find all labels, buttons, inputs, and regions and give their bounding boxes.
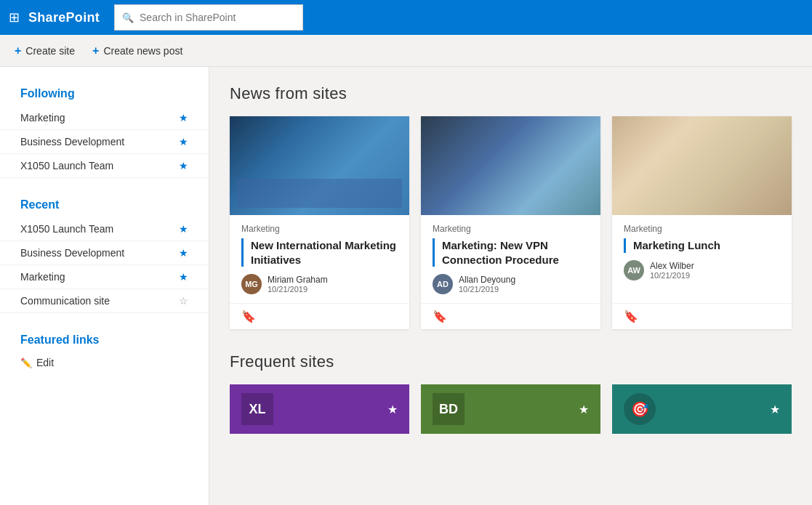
news-card-footer-1: 🔖 [421, 303, 600, 329]
news-card-body-0: Marketing New International Marketing In… [230, 215, 409, 303]
freq-star-target[interactable]: ★ [770, 403, 780, 416]
pencil-icon: ✏️ [20, 357, 32, 368]
news-accent-bar-2 [624, 238, 626, 253]
create-news-post-button[interactable]: + Create news post [92, 44, 182, 57]
sidebar-item-x1050-recent[interactable]: X1050 Launch Team ★ [0, 217, 209, 241]
sidebar-item-marketing-recent[interactable]: Marketing ★ [0, 265, 209, 289]
news-title-bar-0: New International Marketing Initiatives [241, 238, 398, 267]
meeting-image [230, 116, 409, 215]
news-card-image-2 [612, 116, 792, 215]
author-info-2: Alex Wilber 10/21/2019 [650, 261, 694, 280]
tech-image [421, 116, 600, 215]
edit-featured-links[interactable]: ✏️ Edit [0, 352, 209, 373]
star-empty-icon[interactable]: ☆ [179, 295, 188, 307]
news-card-image-0 [230, 116, 409, 215]
featured-links-title: Featured links [0, 328, 209, 352]
star-filled-icon[interactable]: ★ [179, 223, 188, 235]
office-image [612, 116, 792, 215]
author-avatar-1: AD [433, 274, 453, 294]
author-name-2: Alex Wilber [650, 261, 694, 271]
edit-label: Edit [36, 357, 54, 368]
sidebar-item-label: Communication site [20, 295, 110, 307]
news-site-label-1: Marketing [433, 224, 589, 234]
author-date-2: 10/21/2019 [650, 271, 694, 280]
news-title-bar-2: Marketing Lunch [624, 238, 780, 253]
author-name-0: Miriam Graham [268, 275, 328, 285]
news-author-row-1: AD Allan Deyoung 10/21/2019 [433, 274, 589, 294]
featured-links-section: Featured links ✏️ Edit [0, 328, 209, 373]
news-card-footer-0: 🔖 [230, 303, 409, 329]
news-card-0[interactable]: Marketing New International Marketing In… [230, 116, 409, 329]
plus-icon-news-post: + [92, 44, 99, 57]
frequent-card-bd[interactable]: BD ★ [421, 384, 600, 434]
sidebar: Following Marketing ★ Business Developme… [0, 67, 209, 505]
freq-logo-xl: XL [241, 393, 273, 425]
author-date-0: 10/21/2019 [268, 285, 328, 294]
following-title: Following [0, 81, 209, 106]
news-author-row-0: MG Miriam Graham 10/21/2019 [241, 274, 398, 294]
sidebar-item-label: Marketing [20, 271, 65, 283]
star-filled-icon[interactable]: ★ [179, 160, 188, 171]
recent-section: Recent X1050 Launch Team ★ Business Deve… [0, 193, 209, 313]
frequent-section-title: Frequent sites [230, 352, 792, 371]
create-site-label: Create site [25, 45, 75, 57]
sidebar-item-label: Business Development [20, 247, 124, 259]
create-site-button[interactable]: + Create site [15, 44, 75, 57]
freq-logo-bd: BD [433, 393, 465, 425]
news-title-1: Marketing: New VPN Connection Procedure [442, 238, 589, 267]
news-section-title: News from sites [230, 84, 792, 103]
news-site-label-0: Marketing [241, 224, 398, 234]
frequent-card-target[interactable]: 🎯 ★ [612, 384, 792, 434]
news-title-2: Marketing Lunch [633, 238, 780, 253]
waffle-icon[interactable]: ⊞ [9, 9, 20, 25]
bookmark-icon-2[interactable]: 🔖 [624, 310, 638, 323]
news-title-bar-1: Marketing: New VPN Connection Procedure [433, 238, 589, 267]
frequent-cards-container: XL ★ BD ★ 🎯 ★ [230, 384, 792, 434]
news-card-body-2: Marketing Marketing Lunch AW Alex Wilber… [612, 215, 792, 303]
sidebar-item-label: X1050 Launch Team [20, 223, 113, 235]
news-accent-bar-1 [433, 238, 435, 267]
main-layout: Following Marketing ★ Business Developme… [0, 67, 812, 505]
create-news-post-label: Create news post [103, 45, 182, 57]
news-author-row-2: AW Alex Wilber 10/21/2019 [624, 260, 780, 280]
sidebar-item-bizdev-recent[interactable]: Business Development ★ [0, 241, 209, 265]
sidebar-item-label: Marketing [20, 112, 65, 124]
author-avatar-2: AW [624, 260, 644, 280]
author-name-1: Allan Deyoung [459, 275, 515, 285]
sub-bar: + Create site + Create news post [0, 35, 812, 67]
search-input[interactable] [140, 12, 295, 23]
bookmark-icon-1[interactable]: 🔖 [433, 310, 447, 323]
top-bar: ⊞ SharePoint 🔍 [0, 0, 812, 35]
sidebar-item-label: X1050 Launch Team [20, 160, 113, 171]
news-accent-bar-0 [241, 238, 244, 267]
author-info-0: Miriam Graham 10/21/2019 [268, 275, 328, 294]
freq-star-xl[interactable]: ★ [387, 403, 398, 416]
frequent-card-xl[interactable]: XL ★ [230, 384, 409, 434]
plus-icon-create-site: + [15, 44, 21, 57]
content-area: News from sites Marketing New Internatio… [209, 67, 812, 505]
news-card-2[interactable]: Marketing Marketing Lunch AW Alex Wilber… [612, 116, 792, 329]
author-info-1: Allan Deyoung 10/21/2019 [459, 275, 515, 294]
sidebar-item-communication-recent[interactable]: Communication site ☆ [0, 289, 209, 313]
news-section: News from sites Marketing New Internatio… [230, 84, 792, 329]
sidebar-item-bizdev-following[interactable]: Business Development ★ [0, 130, 209, 154]
news-title-0: New International Marketing Initiatives [251, 238, 398, 267]
star-filled-icon[interactable]: ★ [179, 271, 188, 283]
sidebar-item-label: Business Development [20, 136, 124, 148]
author-avatar-0: MG [241, 274, 262, 294]
bookmark-icon-0[interactable]: 🔖 [241, 310, 256, 323]
star-filled-icon[interactable]: ★ [179, 247, 188, 259]
sidebar-item-x1050-following[interactable]: X1050 Launch Team ★ [0, 154, 209, 178]
frequent-section: Frequent sites XL ★ BD ★ 🎯 ★ [230, 352, 792, 434]
search-icon: 🔍 [122, 12, 134, 23]
news-card-footer-2: 🔖 [612, 303, 792, 329]
news-card-image-1 [421, 116, 600, 215]
freq-star-bd[interactable]: ★ [579, 403, 589, 416]
sharepoint-logo: SharePoint [28, 10, 100, 25]
star-filled-icon[interactable]: ★ [179, 112, 188, 124]
news-cards-container: Marketing New International Marketing In… [230, 116, 792, 329]
news-card-1[interactable]: Marketing Marketing: New VPN Connection … [421, 116, 600, 329]
search-bar-container: 🔍 [114, 4, 303, 31]
star-filled-icon[interactable]: ★ [179, 136, 188, 148]
sidebar-item-marketing-following[interactable]: Marketing ★ [0, 106, 209, 130]
